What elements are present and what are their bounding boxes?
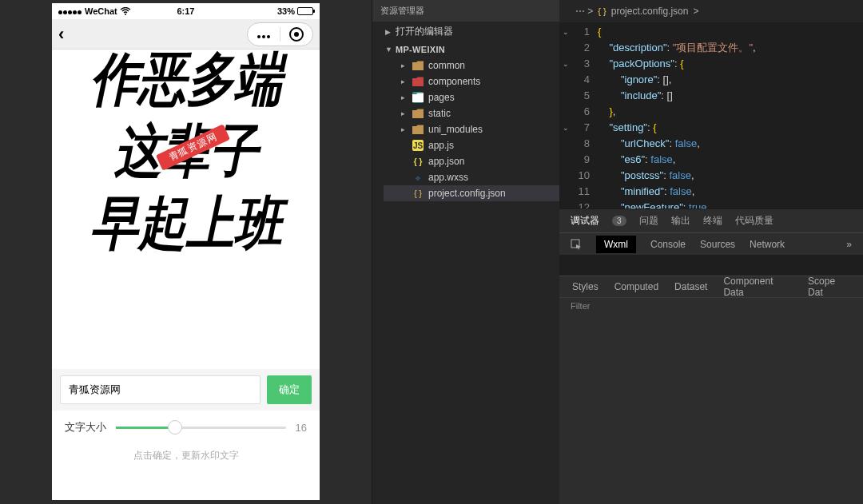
breadcrumb-chevron: >	[693, 6, 698, 17]
simulator-pane: WeChat 6:17 33% ‹ 作恶多端 这辈子 早起上班 青狐资源网	[0, 0, 372, 504]
tree-item-label: app.wxss	[428, 172, 468, 183]
font-size-slider[interactable]	[116, 427, 286, 429]
tree-item-label: static	[428, 108, 451, 119]
line-gutter: 1⌄23⌄4567⌄891011121314⌄1516171819202122	[559, 22, 598, 208]
code-editor[interactable]: 1⌄23⌄4567⌄891011121314⌄1516171819202122 …	[559, 22, 863, 208]
slider-thumb[interactable]	[168, 420, 182, 435]
phone-frame: WeChat 6:17 33% ‹ 作恶多端 这辈子 早起上班 青狐资源网	[52, 3, 320, 500]
tab-terminal[interactable]: 终端	[703, 214, 722, 228]
tab-problems[interactable]: 问题	[639, 214, 658, 228]
chevron-right-icon: ▸	[401, 77, 408, 85]
tree-item-uni_modules[interactable]: ▸uni_modules	[384, 121, 559, 137]
clock-label: 6:17	[143, 6, 228, 16]
capsule-more-button[interactable]	[248, 23, 280, 46]
tree-item-label: pages	[428, 92, 455, 103]
explorer-title: 资源管理器	[372, 0, 559, 22]
tab-sources[interactable]: Sources	[700, 239, 735, 250]
brush-line-1: 作恶多端	[52, 50, 320, 112]
chevron-down-icon: ▼	[385, 46, 392, 54]
editor-pane: ⋯ > { } project.config.json > 1⌄23⌄4567⌄…	[559, 0, 863, 504]
tree-item-label: app.json	[428, 156, 464, 167]
open-editors-section[interactable]: ▶打开的编辑器	[372, 22, 559, 42]
back-icon[interactable]: ‹	[58, 24, 64, 45]
js-icon: JS	[412, 140, 424, 151]
battery-percent-label: 33%	[277, 6, 295, 16]
chevron-right-icon: ▸	[401, 93, 408, 101]
root-folder[interactable]: ▼MP-WEIXIN	[372, 42, 559, 58]
font-size-value: 16	[296, 422, 307, 434]
tree-item-label: common	[428, 60, 465, 71]
folder-red-icon	[412, 76, 424, 87]
breadcrumb-ellipsis: ⋯ >	[575, 6, 593, 17]
font-size-row: 文字大小 16	[52, 411, 320, 444]
font-size-label: 文字大小	[65, 420, 106, 435]
target-icon	[289, 27, 304, 42]
fold-chevron-icon[interactable]: ⌄	[563, 120, 569, 136]
chevron-right-icon: ▶	[385, 28, 392, 36]
tab-code-quality[interactable]: 代码质量	[735, 214, 774, 228]
ellipsis-icon	[257, 27, 271, 42]
explorer-pane: 资源管理器 ▶打开的编辑器 ▼MP-WEIXIN ▸common▸compone…	[372, 0, 559, 504]
inspect-icon[interactable]	[571, 239, 582, 250]
devtools-tabs: Wxml Console Sources Network »	[559, 232, 863, 255]
tab-computed[interactable]: Computed	[614, 281, 658, 292]
tab-wxml[interactable]: Wxml	[596, 236, 636, 253]
brush-line-3: 早起上班	[52, 192, 320, 255]
tab-scope-data[interactable]: Scope Dat	[808, 276, 850, 298]
tab-output[interactable]: 输出	[671, 214, 690, 228]
input-row: 确定	[52, 369, 320, 411]
folder-icon	[412, 60, 424, 71]
problems-badge: 3	[612, 216, 626, 226]
tree-item-app-json[interactable]: { }app.json	[384, 153, 559, 169]
tab-debugger[interactable]: 调试器	[571, 214, 599, 228]
tab-dataset[interactable]: Dataset	[674, 281, 707, 292]
styles-filter-input[interactable]: Filter	[559, 297, 863, 318]
tab-network[interactable]: Network	[750, 239, 785, 250]
tree-item-static[interactable]: ▸static	[384, 105, 559, 121]
tree-item-label: project.config.json	[428, 188, 506, 199]
status-bar: WeChat 6:17 33%	[52, 3, 320, 19]
file-tree: ▸common▸components▸pages▸static▸uni_modu…	[372, 58, 559, 201]
hint-label: 点击确定，更新水印文字	[52, 444, 320, 467]
folder-icon	[412, 124, 424, 135]
fold-chevron-icon[interactable]: ⌄	[563, 24, 569, 40]
chevron-right-icon: ▸	[401, 125, 408, 133]
fold-chevron-icon[interactable]: ⌄	[563, 56, 569, 72]
nav-bar: ‹	[52, 19, 320, 50]
tree-item-app-js[interactable]: JSapp.js	[384, 137, 559, 153]
tab-component-data[interactable]: Component Data	[723, 276, 792, 298]
tree-item-components[interactable]: ▸components	[384, 73, 559, 89]
folder-teal-icon	[412, 92, 424, 103]
tree-item-pages[interactable]: ▸pages	[384, 89, 559, 105]
wxss-icon: ⟐	[412, 172, 424, 183]
capsule-menu	[247, 22, 313, 46]
signal-dots-icon	[58, 6, 82, 16]
capsule-close-button[interactable]	[280, 23, 312, 46]
tree-item-common[interactable]: ▸common	[384, 58, 559, 73]
folder-icon	[412, 108, 424, 119]
editor-tab-bar: ⋯ > { } project.config.json >	[559, 0, 863, 22]
tree-item-project-config-json[interactable]: { }project.config.json	[384, 185, 559, 201]
json-icon: { }	[412, 156, 424, 167]
battery-icon	[297, 7, 313, 15]
open-editors-label: 打开的编辑器	[396, 25, 453, 38]
tree-item-label: components	[428, 76, 480, 87]
tree-item-app-wxss[interactable]: ⟐app.wxss	[384, 169, 559, 185]
code-body[interactable]: { "description": "项目配置文件。", "packOptions…	[598, 22, 863, 208]
chevron-right-icon: ▸	[401, 109, 408, 117]
bottom-panel-tabs: 调试器 3 问题 输出 终端 代码质量	[559, 208, 863, 232]
chevron-right-icon: ▸	[401, 62, 408, 69]
styles-tabs: Styles Computed Dataset Component Data S…	[559, 276, 863, 297]
devtools-more-icon[interactable]: »	[846, 239, 852, 250]
json-file-icon: { }	[598, 6, 606, 16]
tab-console[interactable]: Console	[650, 239, 686, 250]
tree-item-label: uni_modules	[428, 124, 483, 135]
watermark-text-input[interactable]	[60, 375, 260, 404]
config-icon: { }	[412, 188, 424, 199]
tree-item-label: app.js	[428, 140, 454, 151]
open-file-tab[interactable]: project.config.json	[611, 6, 689, 17]
tab-styles[interactable]: Styles	[572, 281, 599, 292]
confirm-button[interactable]: 确定	[267, 375, 312, 404]
wifi-icon	[120, 7, 131, 15]
canvas-preview: 作恶多端 这辈子 早起上班 青狐资源网	[52, 50, 320, 369]
